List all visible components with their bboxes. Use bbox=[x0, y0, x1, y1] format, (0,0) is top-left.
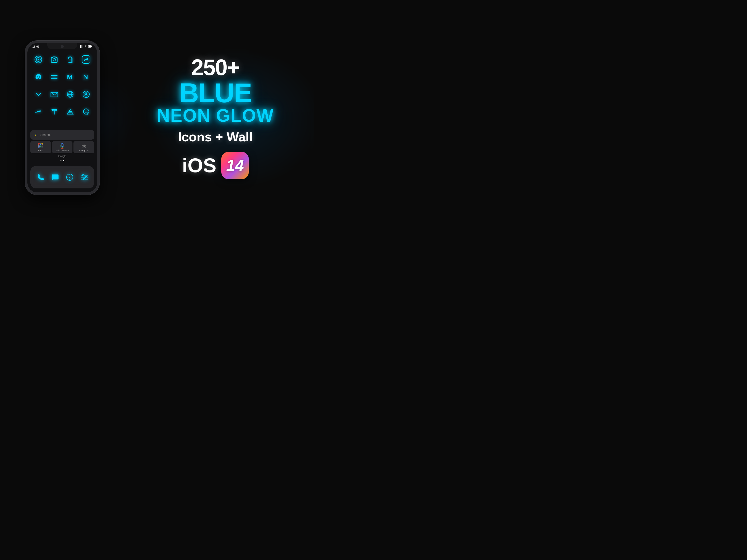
signal-icon: ▌▌ bbox=[80, 45, 83, 48]
ios14-badge: 14 bbox=[221, 152, 249, 179]
svg-point-5 bbox=[53, 58, 55, 61]
voice-search-shortcut[interactable]: Voice Search bbox=[52, 141, 73, 153]
right-panel: 250+ BLUE NEON GLOW Icons + Wall iOS 14 bbox=[125, 0, 314, 235]
color-name-display: BLUE bbox=[179, 79, 252, 107]
phone-screen: 15:09 ▌▌ bbox=[27, 43, 97, 192]
app-row-1 bbox=[30, 53, 94, 66]
app-icon-music[interactable] bbox=[80, 88, 93, 101]
svg-point-29 bbox=[83, 146, 83, 147]
svg-point-32 bbox=[69, 177, 70, 178]
dock-messages[interactable] bbox=[48, 171, 61, 184]
svg-point-23 bbox=[87, 113, 88, 114]
phone-frame: 15:09 ▌▌ bbox=[25, 41, 100, 195]
power-button bbox=[99, 73, 100, 90]
svg-point-25 bbox=[40, 145, 41, 146]
ios-row: iOS 14 bbox=[182, 152, 249, 179]
page-dot-2 bbox=[63, 160, 64, 161]
voice-search-icon bbox=[59, 143, 65, 149]
count-display: 250+ bbox=[191, 56, 240, 79]
svg-point-21 bbox=[85, 110, 86, 111]
ios-label: iOS bbox=[182, 154, 216, 177]
lens-shortcut[interactable]: Lens bbox=[30, 141, 51, 153]
svg-point-37 bbox=[85, 177, 87, 178]
app-icon-linear[interactable] bbox=[64, 88, 77, 101]
app-row-4 bbox=[30, 105, 94, 118]
svg-text:N: N bbox=[83, 73, 88, 81]
incognito-label: Incognito bbox=[79, 149, 88, 152]
svg-text:M: M bbox=[67, 74, 73, 81]
svg-point-6 bbox=[55, 58, 56, 58]
wifi-icon bbox=[84, 45, 87, 48]
google-widget: G Search... bbox=[30, 130, 94, 158]
incognito-icon bbox=[81, 143, 87, 149]
phone-dock bbox=[30, 166, 94, 188]
dock-compass[interactable] bbox=[63, 171, 76, 184]
app-icon-netflix[interactable]: N bbox=[80, 71, 93, 83]
svg-point-20 bbox=[83, 109, 89, 114]
status-bar: 15:09 ▌▌ bbox=[32, 44, 92, 49]
svg-point-24 bbox=[38, 143, 43, 148]
search-placeholder: Search... bbox=[40, 133, 52, 137]
svg-point-36 bbox=[82, 175, 84, 176]
app-grid: M N bbox=[30, 53, 94, 123]
svg-rect-9 bbox=[51, 75, 57, 76]
svg-point-22 bbox=[87, 110, 88, 111]
subtitle-display: Icons + Wall bbox=[178, 129, 253, 144]
svg-rect-10 bbox=[51, 77, 57, 77]
app-row-3 bbox=[30, 88, 94, 101]
svg-rect-11 bbox=[51, 78, 57, 79]
svg-point-30 bbox=[84, 146, 85, 147]
google-g-logo: G bbox=[34, 133, 38, 137]
ios14-number: 14 bbox=[226, 156, 244, 175]
app-icon-appstore[interactable] bbox=[80, 53, 93, 66]
app-icon-email[interactable] bbox=[48, 88, 61, 101]
svg-point-38 bbox=[83, 179, 85, 180]
dock-phone[interactable] bbox=[33, 171, 46, 184]
app-icon-camera[interactable] bbox=[48, 53, 61, 66]
app-icon-vlc[interactable] bbox=[64, 105, 77, 118]
google-widget-label: Google bbox=[30, 155, 94, 158]
app-icon-podcast[interactable] bbox=[32, 53, 45, 66]
tagline-display: NEON GLOW bbox=[157, 107, 274, 125]
app-icon-waze[interactable] bbox=[80, 105, 93, 118]
app-icon-discord[interactable] bbox=[32, 71, 45, 83]
page-dot-1 bbox=[60, 160, 61, 161]
svg-rect-26 bbox=[61, 143, 63, 146]
app-icon-among-us[interactable] bbox=[64, 53, 77, 66]
app-icon-menu[interactable] bbox=[48, 71, 61, 83]
battery-icon bbox=[88, 45, 92, 48]
phone-panel: 15:09 ▌▌ bbox=[0, 0, 125, 235]
incognito-shortcut[interactable]: Incognito bbox=[74, 141, 94, 153]
voice-search-label: Voice Search bbox=[55, 149, 69, 152]
page-dots bbox=[27, 160, 97, 161]
svg-rect-1 bbox=[88, 46, 91, 47]
status-icons: ▌▌ bbox=[80, 45, 92, 48]
google-search-bar[interactable]: G Search... bbox=[30, 130, 94, 140]
svg-point-18 bbox=[85, 93, 87, 95]
svg-point-4 bbox=[37, 59, 39, 60]
app-icon-gmail[interactable]: M bbox=[64, 71, 77, 83]
lens-icon bbox=[38, 143, 43, 149]
app-icon-chevron[interactable] bbox=[32, 88, 45, 101]
app-icon-tesla[interactable] bbox=[48, 105, 61, 118]
status-time: 15:09 bbox=[32, 45, 39, 48]
lens-label: Lens bbox=[38, 149, 43, 152]
dock-settings[interactable] bbox=[78, 171, 91, 184]
svg-rect-7 bbox=[69, 58, 71, 59]
app-icon-nike[interactable] bbox=[32, 105, 45, 118]
google-shortcuts: Lens Voice Search bbox=[30, 141, 94, 153]
app-row-2: M N bbox=[30, 71, 94, 83]
